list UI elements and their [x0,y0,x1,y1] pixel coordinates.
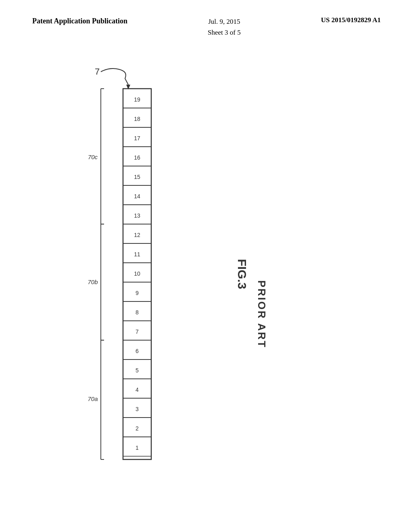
cell-12-border [123,224,151,243]
cell-14-text: 14 [134,193,140,200]
cell-2-border [123,418,151,437]
figure-7-arrowhead [126,85,130,89]
stack-outer-border [123,89,151,459]
label-70b: 70b [88,278,98,285]
cell-3-border [123,398,151,418]
cell-15-border [123,166,151,185]
cell-1-border [123,437,151,456]
cell-3-text: 3 [136,406,139,412]
cell-10-text: 10 [134,270,140,277]
figure-7-arrow-path [101,69,128,85]
cell-11-border [123,243,151,263]
cell-9-border [123,282,151,301]
fig3-label: FIG.3 [236,259,249,289]
cell-13-text: 13 [134,212,140,219]
patent-number: US 2015/0192829 A1 [321,16,381,24]
cell-1-text: 1 [136,445,139,451]
cell-19-text: 19 [134,96,140,103]
figure-7-label: 7 [95,66,100,77]
prior-art-label: PRIOR ART [256,280,268,348]
cell-16-text: 16 [134,154,140,161]
cell-16-border [123,147,151,166]
cell-19-border [123,89,151,108]
label-70a: 70a [88,395,98,402]
header-center: Jul. 9, 2015 Sheet 3 of 5 [208,16,241,38]
cell-13-border [123,205,151,224]
cell-18-text: 18 [134,116,140,122]
publication-date: Jul. 9, 2015 [208,16,241,27]
cell-15-text: 15 [134,174,140,180]
cell-6-border [123,340,151,360]
cell-17-border [123,127,151,147]
cell-8-border [123,301,151,321]
cell-18-border [123,108,151,127]
cell-4-border [123,379,151,398]
cell-10-border [123,263,151,282]
cell-11-text: 11 [134,251,140,258]
diagram-svg: 7 19 18 17 16 15 14 13 70c 12 11 10 9 8 … [0,0,413,532]
label-70c: 70c [88,154,98,160]
cell-2-text: 2 [136,425,139,432]
sheet-info: Sheet 3 of 5 [208,27,241,38]
cell-5-border [123,360,151,379]
publication-title: Patent Application Publication [32,16,127,26]
cell-8-text: 8 [136,309,139,316]
cell-12-text: 12 [134,232,140,238]
cell-7-text: 7 [136,328,139,335]
cell-7-border [123,321,151,340]
cell-14-border [123,185,151,205]
cell-9-text: 9 [136,290,139,296]
page-header: Patent Application Publication Jul. 9, 2… [0,16,413,38]
cell-6-text: 6 [136,348,139,354]
cell-5-text: 5 [136,367,139,374]
cell-4-text: 4 [136,387,139,393]
cell-17-text: 17 [134,135,140,141]
